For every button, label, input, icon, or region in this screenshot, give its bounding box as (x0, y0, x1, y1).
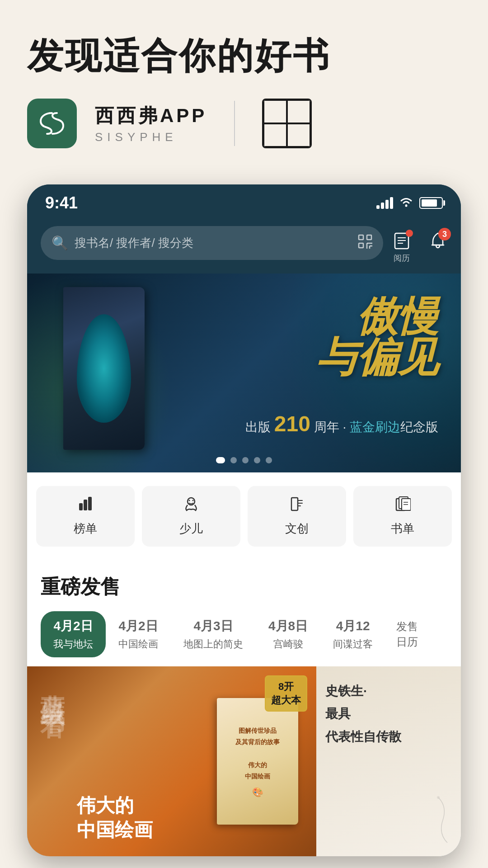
new-releases-title: 重磅发售 (41, 574, 447, 600)
date-tab-3[interactable]: 4月8日 宫崎骏 (256, 611, 320, 657)
book-card-1[interactable]: 典藏级一书看 图解传世珍品及其背后的故事伟大的中国绘画 🎨 8开超大本 伟大的中… (27, 666, 316, 856)
main-headline: 发现适合你的好书 (27, 36, 461, 76)
quick-nav-rankinglist[interactable]: 榜单 (36, 486, 135, 547)
quick-nav-booklist[interactable]: 书单 (353, 486, 452, 547)
date-tab-special[interactable]: 发售日历 (385, 613, 429, 656)
notification-badge: 3 (438, 228, 451, 241)
reading-history-btn[interactable]: 阅历 (392, 231, 411, 255)
banner-book (63, 287, 145, 450)
date-tab-4-sub: 间谍过客 (333, 637, 373, 651)
svg-rect-1 (359, 235, 363, 240)
banner-title-area: 傲慢与偏见 (316, 296, 438, 377)
battery-fill (422, 199, 437, 207)
svg-rect-14 (84, 500, 87, 510)
search-placeholder: 搜书名/ 搜作者/ 搜分类 (75, 235, 352, 251)
banner-subtitle: 出版 210 周年 · 蓝金刷边纪念版 (245, 411, 438, 436)
children-label: 少儿 (179, 521, 203, 537)
status-icons (376, 195, 443, 211)
badge-text: 8开超大本 (271, 681, 301, 706)
date-tab-1-sub: 中国绘画 (118, 637, 158, 651)
booklist-label: 书单 (391, 521, 414, 537)
app-name-cn: 西西弗APP (95, 103, 207, 128)
book-2-title: 史铁生·最具代表性自传散 (325, 680, 452, 748)
rankinglist-label: 榜单 (74, 521, 97, 537)
notification-btn[interactable]: 3 (428, 231, 447, 255)
booklist-icon (394, 496, 411, 516)
date-tab-1[interactable]: 4月2日 中国绘画 (106, 611, 171, 657)
scan-icon (358, 234, 372, 252)
date-tab-4[interactable]: 4月12 间谍过客 (320, 611, 385, 657)
book-badge: 8开超大本 (265, 675, 307, 712)
book-cards: 典藏级一书看 图解传世珍品及其背后的故事伟大的中国绘画 🎨 8开超大本 伟大的中… (27, 666, 461, 856)
banner-subtitle-text: 出版 210 周年 · 蓝金刷边纪念版 (245, 420, 438, 434)
banner-dot-3[interactable] (242, 457, 249, 463)
status-time: 9:41 (45, 193, 78, 212)
special-label: 发售日历 (396, 620, 418, 648)
book-cover-art (77, 314, 131, 423)
date-tab-2-sub: 地图上的简史 (183, 637, 243, 651)
date-tab-0[interactable]: 4月2日 我与地坛 (41, 611, 106, 657)
svg-point-28 (437, 796, 440, 799)
divider (234, 101, 235, 146)
banner-title-cn: 傲慢与偏见 (316, 296, 438, 377)
svg-rect-13 (79, 503, 83, 510)
svg-point-18 (192, 500, 194, 501)
banner-dot-5[interactable] (266, 457, 272, 463)
svg-point-17 (189, 500, 190, 501)
banner[interactable]: 傲慢与偏见 出版 210 周年 · 蓝金刷边纪念版 (27, 274, 461, 472)
date-tab-1-main: 4月2日 (118, 618, 158, 635)
book-2-deco (420, 793, 456, 847)
page-header: 发现适合你的好书 西西弗APP SISYPHE (0, 0, 488, 166)
new-releases-section: 重磅发售 4月2日 我与地坛 4月2日 中国绘画 4月3日 地图上的简史 4月8… (27, 560, 461, 666)
date-tab-2[interactable]: 4月3日 地图上的简史 (171, 611, 256, 657)
children-icon (183, 496, 199, 516)
date-tab-3-sub: 宫崎骏 (273, 637, 303, 651)
date-tab-0-main: 4月2日 (53, 618, 93, 635)
phone-mockup: 9:41 🔍 搜书名/ 搜 (27, 184, 461, 856)
stationery-icon (289, 496, 305, 516)
date-tab-2-main: 4月3日 (193, 618, 233, 635)
search-bar[interactable]: 🔍 搜书名/ 搜作者/ 搜分类 (41, 226, 383, 260)
svg-rect-19 (291, 498, 298, 510)
signal-icon (376, 197, 393, 209)
date-tab-4-main: 4月12 (336, 618, 370, 635)
book-deco-text: 典藏级一书看 (41, 675, 65, 697)
banner-dot-4[interactable] (254, 457, 260, 463)
reading-dot (406, 230, 413, 237)
banner-dot-2[interactable] (230, 457, 237, 463)
rankinglist-icon (77, 496, 94, 516)
svg-rect-2 (367, 235, 371, 240)
header-actions: 阅历 3 (392, 231, 447, 255)
wifi-icon (399, 195, 414, 211)
app-name-en: SISYPHE (95, 130, 207, 144)
app-name-block: 西西弗APP SISYPHE (95, 103, 207, 144)
book-title-overlay: 伟大的中国绘画 (77, 793, 153, 843)
quick-nav-stationery[interactable]: 文创 (248, 486, 346, 547)
stationery-label: 文创 (285, 521, 309, 537)
banner-dots (216, 457, 272, 463)
book-inner-title: 图解传世珍品及其背后的故事伟大的中国绘画 (235, 725, 280, 782)
status-bar: 9:41 (27, 184, 461, 217)
svg-point-0 (405, 204, 408, 207)
banner-dot-1[interactable] (216, 457, 225, 463)
date-tab-3-main: 4月8日 (268, 618, 308, 635)
book-card-2[interactable]: 史铁生·最具代表性自传散 (316, 666, 461, 856)
search-icon: 🔍 (52, 235, 68, 251)
quick-nav-children[interactable]: 少儿 (142, 486, 240, 547)
date-tab-0-sub: 我与地坛 (53, 637, 93, 651)
qr-code (262, 99, 312, 148)
book-cover: 图解传世珍品及其背后的故事伟大的中国绘画 🎨 (217, 698, 298, 825)
svg-rect-3 (359, 243, 363, 248)
quick-nav: 榜单 少儿 (27, 472, 461, 560)
svg-rect-15 (88, 497, 92, 510)
app-logo (27, 99, 77, 148)
search-area: 🔍 搜书名/ 搜作者/ 搜分类 (27, 217, 461, 274)
app-branding: 西西弗APP SISYPHE (27, 99, 461, 148)
date-tabs: 4月2日 我与地坛 4月2日 中国绘画 4月3日 地图上的简史 4月8日 宫崎骏… (41, 611, 447, 666)
battery-icon (419, 197, 443, 209)
